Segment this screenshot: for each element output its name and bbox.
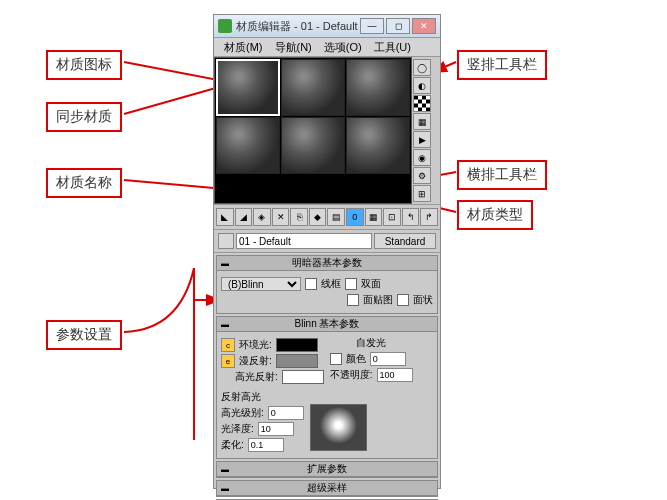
maximize-button[interactable]: ◻ [386, 18, 410, 34]
video-check-button[interactable]: ▶ [413, 131, 431, 148]
opacity-value[interactable]: 100 [377, 368, 413, 382]
rollout-header-shader[interactable]: 明暗器基本参数 [217, 256, 437, 271]
si-color-label: 颜色 [346, 352, 366, 366]
material-name-input[interactable] [236, 233, 372, 249]
close-button[interactable]: ✕ [412, 18, 436, 34]
rollout-blinn: Blinn 基本参数 c环境光: e漫反射: 高光反射: 自发光 颜色0 不透明… [216, 316, 438, 459]
rollout-shader-basic: 明暗器基本参数 (B)Blinn 线框 双面 面贴图 面状 [216, 255, 438, 314]
si-value[interactable]: 0 [370, 352, 406, 366]
pick-material-button[interactable] [218, 233, 234, 249]
put-to-library-button[interactable]: ▤ [327, 208, 345, 226]
sample-slot-6[interactable] [346, 117, 410, 174]
sample-area: ◯ ◐ ▦ ▶ ◉ ⚙ ⊞ [214, 57, 440, 205]
go-parent-button[interactable]: ↰ [402, 208, 420, 226]
material-map-button[interactable]: ⊞ [413, 185, 431, 202]
sample-slot-1[interactable] [216, 59, 280, 116]
vertical-toolbar: ◯ ◐ ▦ ▶ ◉ ⚙ ⊞ [412, 57, 434, 204]
show-map-button[interactable]: ▦ [365, 208, 383, 226]
make-unique-button[interactable]: ◆ [309, 208, 327, 226]
ambient-lock[interactable]: c [221, 338, 235, 352]
diffuse-label: 漫反射: [239, 354, 272, 368]
face-map-checkbox[interactable] [347, 294, 359, 306]
two-sided-checkbox[interactable] [345, 278, 357, 290]
rollout-header-blinn[interactable]: Blinn 基本参数 [217, 317, 437, 332]
si-color-checkbox[interactable] [330, 353, 342, 365]
horizontal-toolbar: ◣ ◢ ◈ ✕ ⎘ ◆ ▤ 0 ▦ ⊡ ↰ ↱ [214, 205, 440, 230]
annotation-vertical-toolbar: 竖排工具栏 [457, 50, 547, 80]
app-icon [218, 19, 232, 33]
sample-slot-2[interactable] [281, 59, 345, 116]
specular-swatch[interactable] [282, 370, 324, 384]
minimize-button[interactable]: — [360, 18, 384, 34]
spec-level-value[interactable]: 0 [268, 406, 304, 420]
background-button[interactable] [413, 95, 431, 112]
make-copy-button[interactable]: ⎘ [290, 208, 308, 226]
highlight-preview [310, 404, 367, 451]
diffuse-lock[interactable]: e [221, 354, 235, 368]
annotation-material-type: 材质类型 [457, 200, 533, 230]
get-material-button[interactable]: ◣ [216, 208, 234, 226]
annotation-param-settings: 参数设置 [46, 320, 122, 350]
assign-button[interactable]: ◈ [253, 208, 271, 226]
go-forward-button[interactable]: ↱ [420, 208, 438, 226]
annotation-material-icon: 材质图标 [46, 50, 122, 80]
rollout-supersampling: 超级采样 [216, 480, 438, 497]
material-editor-window: 材质编辑器 - 01 - Default — ◻ ✕ 材质(M) 导航(N) 选… [213, 14, 441, 489]
options-button[interactable]: ⚙ [413, 167, 431, 184]
face-map-label: 面贴图 [363, 293, 393, 307]
rollout-header-extended[interactable]: 扩展参数 [217, 462, 437, 477]
rollout-header-supersampling[interactable]: 超级采样 [217, 481, 437, 496]
ambient-swatch[interactable] [276, 338, 318, 352]
faceted-checkbox[interactable] [397, 294, 409, 306]
preview-button[interactable]: ◉ [413, 149, 431, 166]
parameter-area: 明暗器基本参数 (B)Blinn 线框 双面 面贴图 面状 Blinn 基本参数… [214, 253, 440, 500]
menu-navigate[interactable]: 导航(N) [269, 40, 318, 55]
glossiness-value[interactable]: 10 [258, 422, 294, 436]
menubar: 材质(M) 导航(N) 选项(O) 工具(U) [214, 38, 440, 57]
sample-slot-4[interactable] [216, 117, 280, 174]
self-illum-label: 自发光 [330, 336, 413, 350]
soften-value[interactable]: 0.1 [248, 438, 284, 452]
annotation-material-name: 材质名称 [46, 168, 122, 198]
material-type-button[interactable]: Standard [374, 233, 436, 249]
menu-options[interactable]: 选项(O) [318, 40, 368, 55]
opacity-label: 不透明度: [330, 368, 373, 382]
reset-button[interactable]: ✕ [272, 208, 290, 226]
menu-tools[interactable]: 工具(U) [368, 40, 417, 55]
sample-slot-3[interactable] [346, 59, 410, 116]
rollout-extended: 扩展参数 [216, 461, 438, 478]
shader-type-select[interactable]: (B)Blinn [221, 277, 301, 291]
titlebar[interactable]: 材质编辑器 - 01 - Default — ◻ ✕ [214, 15, 440, 38]
annotation-horizontal-toolbar: 横排工具栏 [457, 160, 547, 190]
sample-type-button[interactable]: ◯ [413, 59, 431, 76]
wire-checkbox[interactable] [305, 278, 317, 290]
two-sided-label: 双面 [361, 277, 381, 291]
annotation-sync-material: 同步材质 [46, 102, 122, 132]
glossiness-label: 光泽度: [221, 422, 254, 436]
backlight-button[interactable]: ◐ [413, 77, 431, 94]
spec-highlights-label: 反射高光 [221, 390, 433, 404]
show-end-button[interactable]: ⊡ [383, 208, 401, 226]
wire-label: 线框 [321, 277, 341, 291]
material-id-button[interactable]: 0 [346, 208, 364, 226]
put-to-scene-button[interactable]: ◢ [235, 208, 253, 226]
window-title: 材质编辑器 - 01 - Default [236, 19, 360, 34]
sample-slot-5[interactable] [281, 117, 345, 174]
specular-label: 高光反射: [235, 370, 278, 384]
sample-grid [214, 57, 412, 204]
diffuse-swatch[interactable] [276, 354, 318, 368]
menu-material[interactable]: 材质(M) [218, 40, 269, 55]
spec-level-label: 高光级别: [221, 406, 264, 420]
name-bar: Standard [214, 230, 440, 253]
soften-label: 柔化: [221, 438, 244, 452]
faceted-label: 面状 [413, 293, 433, 307]
ambient-label: 环境光: [239, 338, 272, 352]
sample-uv-button[interactable]: ▦ [413, 113, 431, 130]
